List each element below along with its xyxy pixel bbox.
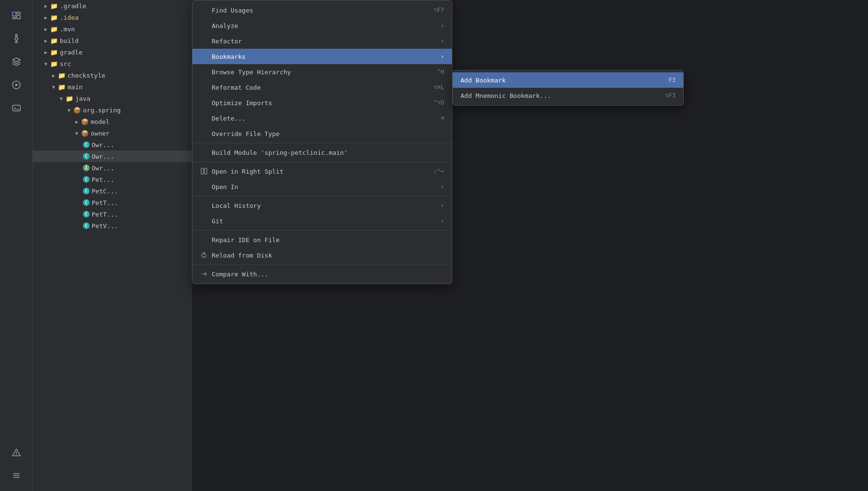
submenu-shortcut: ⌥F3 [665, 92, 676, 99]
menu-item-refactor[interactable]: Refactor › [192, 33, 452, 49]
tree-item-owner2[interactable]: C Owr... [33, 150, 192, 162]
menu-divider-4 [192, 230, 452, 231]
chevron-icon: ▼ [52, 84, 55, 90]
tree-item-pett2[interactable]: C PetT... [33, 208, 192, 220]
compare-icon [200, 270, 208, 278]
file-tree: ▶ 📁 .gradle ▶ 📁 .idea ▶ 📁 .mvn ▶ 📁 build… [33, 0, 192, 491]
open-in-icon [200, 183, 208, 191]
menu-shortcut: ⌥⌘L [434, 84, 444, 91]
menu-label: Reload from Disk [212, 252, 272, 259]
submenu-label: Add Bookmark [461, 77, 506, 84]
tree-item-mvn[interactable]: ▶ 📁 .mvn [33, 23, 192, 35]
tree-label: java [75, 95, 90, 102]
menu-item-git[interactable]: Git › [192, 213, 452, 229]
sidebar-icon-run[interactable] [7, 75, 26, 95]
tree-item-build[interactable]: ▶ 📁 build [33, 35, 192, 46]
menu-label: Override File Type [212, 130, 280, 137]
submenu-arrow-icon: › [441, 22, 444, 29]
submenu-item-add-bookmark[interactable]: Add Bookmark F3 [453, 72, 683, 88]
tree-item-pett1[interactable]: C PetT... [33, 197, 192, 208]
tree-item-gradle[interactable]: ▶ 📁 .gradle [33, 0, 192, 12]
chevron-icon: ▶ [44, 50, 47, 55]
tree-label: PetT... [92, 211, 118, 218]
sidebar-icon-terminal[interactable] [7, 98, 26, 118]
tree-item-petc[interactable]: C PetC... [33, 185, 192, 197]
tree-item-gradle2[interactable]: ▶ 📁 gradle [33, 46, 192, 58]
chevron-icon: ▼ [75, 131, 78, 136]
sidebar-icon-list[interactable] [7, 466, 26, 485]
menu-label: Browse Type Hierarchy [212, 68, 291, 76]
class-icon-cyan: C [83, 211, 90, 218]
tree-item-src[interactable]: ▼ 📁 src [33, 58, 192, 69]
menu-divider-5 [192, 264, 452, 265]
menu-item-open-in[interactable]: Open In › [192, 179, 452, 194]
sidebar-icon-project[interactable] [7, 6, 26, 25]
tree-label: gradle [60, 49, 82, 56]
class-icon-cyan: C [83, 176, 90, 183]
svg-rect-10 [13, 105, 20, 111]
tree-item-pet1[interactable]: C Pet... [33, 174, 192, 185]
menu-item-open-right-split[interactable]: Open in Right Split ⇧⌃↩ [192, 164, 452, 179]
sidebar [0, 0, 33, 491]
menu-item-build-module[interactable]: Build Module 'spring-petclinic.main' [192, 145, 452, 160]
repair-icon [200, 236, 208, 244]
chevron-icon: ▼ [68, 108, 70, 113]
chevron-icon: ▶ [75, 119, 78, 124]
class-icon-cyan: C [83, 222, 90, 229]
package-icon: 📦 [81, 118, 89, 125]
tree-item-idea[interactable]: ▶ 📁 .idea [33, 12, 192, 23]
tree-label: .mvn [60, 26, 75, 33]
tree-item-orgspring[interactable]: ▼ 📦 org.spring [33, 104, 192, 116]
tree-item-owner1[interactable]: C Owr... [33, 139, 192, 150]
menu-item-reformat[interactable]: Reformat Code ⌥⌘L [192, 80, 452, 95]
tree-item-petv[interactable]: C PetV... [33, 220, 192, 232]
submenu-arrow-icon: › [441, 53, 444, 60]
menu-item-browse-type[interactable]: Browse Type Hierarchy ^H [192, 64, 452, 80]
tree-item-model[interactable]: ▶ 📦 model [33, 116, 192, 127]
chevron-icon: ▼ [44, 61, 47, 67]
menu-label: Delete... [212, 115, 245, 122]
tree-label: main [68, 83, 82, 91]
menu-label: Git [212, 218, 223, 225]
submenu-item-add-mnemonic[interactable]: Add Mnemonic Bookmark... ⌥F3 [453, 88, 683, 103]
menu-item-compare-with[interactable]: Compare With... [192, 266, 452, 282]
menu-label: Compare With... [212, 271, 268, 278]
tree-label: checkstyle [68, 72, 105, 79]
svg-point-5 [15, 34, 17, 36]
tree-item-java[interactable]: ▼ 📁 java [33, 93, 192, 104]
svg-rect-3 [13, 17, 16, 19]
tree-item-owner[interactable]: ▼ 📦 owner [33, 127, 192, 139]
sidebar-icon-git[interactable] [7, 29, 26, 48]
submenu-arrow-icon: › [441, 218, 444, 224]
menu-item-analyze[interactable]: Analyze › [192, 18, 452, 33]
menu-item-override-file[interactable]: Override File Type [192, 126, 452, 141]
tree-item-main[interactable]: ▼ 📁 main [33, 81, 192, 93]
menu-shortcut: ^H [437, 68, 444, 75]
sidebar-icon-warning[interactable] [7, 443, 26, 462]
menu-item-find-usages[interactable]: Find Usages ⌥F7 [192, 2, 452, 18]
menu-item-reload-from-disk[interactable]: Reload from Disk [192, 247, 452, 263]
menu-divider-2 [192, 162, 452, 162]
menu-item-local-history[interactable]: Local History › [192, 198, 452, 213]
menu-label: Bookmarks [212, 53, 245, 60]
build-icon [200, 149, 208, 156]
menu-label: Repair IDE on File [212, 236, 280, 244]
chevron-icon: ▼ [60, 96, 63, 101]
menu-label: Optimize Imports [212, 99, 272, 107]
menu-shortcut: ⇧⌃↩ [434, 168, 444, 175]
tree-item-owner3[interactable]: I Owr... [33, 162, 192, 174]
tree-label: PetC... [92, 188, 118, 195]
context-menu: Find Usages ⌥F7 Analyze › Refactor › Boo… [192, 0, 452, 284]
submenu-arrow-icon: › [441, 183, 444, 190]
menu-item-optimize-imports[interactable]: Optimize Imports ^⌥O [192, 95, 452, 110]
sidebar-icon-layers[interactable] [7, 52, 26, 71]
bookmarks-icon [200, 53, 208, 60]
override-icon [200, 130, 208, 137]
menu-item-delete[interactable]: Delete... ⌫ [192, 110, 452, 126]
menu-item-repair-ide[interactable]: Repair IDE on File [192, 232, 452, 247]
menu-label: Local History [212, 202, 261, 209]
menu-label: Open in Right Split [212, 168, 284, 175]
tree-item-checkstyle[interactable]: ▶ 📁 checkstyle [33, 69, 192, 81]
tree-label: Owr... [92, 153, 114, 160]
menu-item-bookmarks[interactable]: Bookmarks › [192, 49, 452, 64]
